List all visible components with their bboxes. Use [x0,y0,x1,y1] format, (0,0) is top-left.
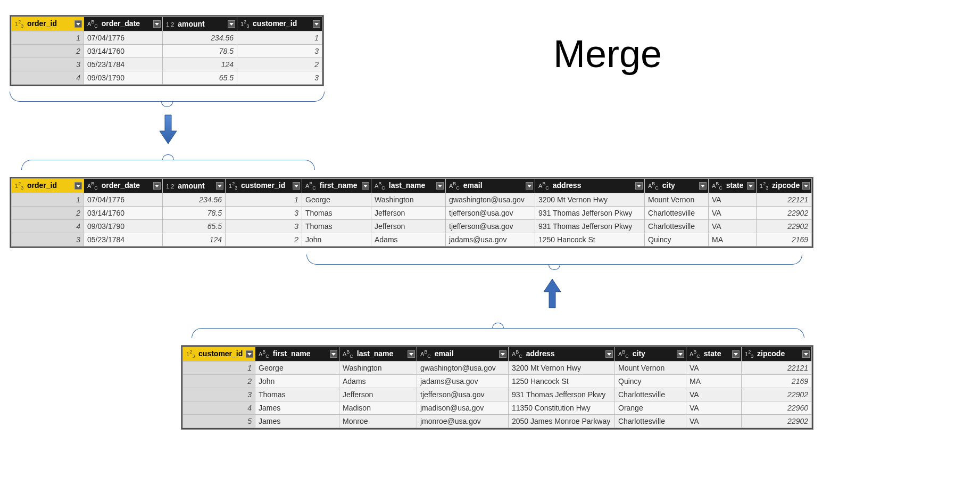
filter-dropdown-icon[interactable] [153,20,161,21]
column-header-customer_id[interactable]: 123 customer_id [237,17,322,22]
column-header-order_id[interactable]: 123 order_id [12,17,84,22]
column-header-amount[interactable]: 1.2 amount [163,17,237,22]
filter-dropdown-icon[interactable] [74,20,82,21]
column-header-order_date[interactable]: ABC order_date [84,17,163,22]
filter-dropdown-icon[interactable] [313,20,320,21]
orders-table: 123 order_idABC order_date1.2 amount123 … [10,15,324,21]
filter-dropdown-icon[interactable] [228,20,235,21]
